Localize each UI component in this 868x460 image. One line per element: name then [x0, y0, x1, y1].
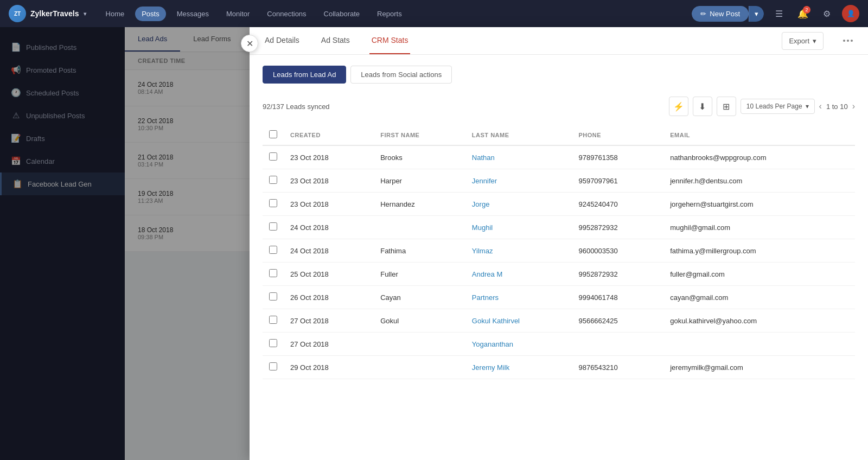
select-all-cell — [263, 125, 284, 145]
leads-table: CREATED FIRST NAME LAST NAME PHONE EMAIL… — [263, 125, 855, 379]
more-dot — [843, 40, 845, 42]
row-last-name: Jennifer — [465, 169, 572, 193]
per-page-label: 10 Leads Per Page — [746, 103, 802, 110]
row-checkbox-cell — [263, 286, 284, 309]
row-phone: 9566662425 — [572, 309, 663, 333]
export-button[interactable]: Export ▾ — [782, 32, 824, 50]
lead-name-link[interactable]: Gokul Kathirvel — [472, 317, 520, 325]
nav-connections[interactable]: Connections — [260, 7, 312, 21]
lead-name-link[interactable]: Andrea M — [472, 270, 502, 278]
row-phone: 9994061748 — [572, 286, 663, 309]
row-checkbox-cell — [263, 309, 284, 333]
row-checkbox[interactable] — [269, 316, 277, 324]
col-last-name: LAST NAME — [465, 125, 572, 145]
table-row[interactable]: 24 Oct 2018 Fathima Yilmaz 9600003530 fa… — [263, 239, 855, 263]
table-row[interactable]: 26 Oct 2018 Cayan Partners 9994061748 ca… — [263, 286, 855, 309]
brand-chevron-icon: ▾ — [84, 11, 86, 17]
lead-name-link[interactable]: Yilmaz — [472, 247, 493, 255]
table-row[interactable]: 23 Oct 2018 Hernandez Jorge 9245240470 j… — [263, 193, 855, 216]
nav-reports[interactable]: Reports — [371, 7, 409, 21]
table-row[interactable]: 27 Oct 2018 Gokul Gokul Kathirvel 956666… — [263, 309, 855, 333]
tab-crm-stats[interactable]: CRM Stats — [369, 27, 411, 54]
tab-leads-from-lead-ad[interactable]: Leads from Lead Ad — [263, 66, 346, 84]
col-phone: PHONE — [572, 125, 663, 145]
nav-posts[interactable]: Posts — [135, 7, 166, 21]
grid-view-button[interactable]: ⊞ — [717, 97, 736, 116]
row-first-name: Gokul — [374, 309, 465, 333]
row-first-name — [374, 356, 465, 379]
brand-logo-container[interactable]: ZT ZylkerTravels ▾ — [9, 5, 86, 22]
tab-leads-from-social-actions[interactable]: Leads from Social actions — [350, 66, 452, 84]
col-email: EMAIL — [663, 125, 855, 145]
lead-name-link[interactable]: Jennifer — [472, 177, 497, 185]
row-checkbox[interactable] — [269, 269, 277, 277]
table-row[interactable]: 29 Oct 2018 Jeremy Milk 9876543210 jerem… — [263, 356, 855, 379]
row-checkbox[interactable] — [269, 176, 277, 184]
toolbar-right: ⚡ ⬇ ⊞ 10 Leads Per Page ▾ ‹ 1 to 10 › — [669, 97, 855, 116]
hamburger-icon: ☰ — [775, 9, 783, 19]
page-range: 1 to 10 — [826, 103, 848, 111]
nav-home[interactable]: Home — [99, 7, 131, 21]
row-checkbox-cell — [263, 193, 284, 216]
row-created: 23 Oct 2018 — [284, 145, 374, 169]
nav-monitor[interactable]: Monitor — [220, 7, 256, 21]
user-avatar[interactable]: 👤 — [842, 5, 859, 22]
notifications-button[interactable]: 🔔 2 — [794, 5, 812, 22]
nav-messages[interactable]: Messages — [170, 7, 215, 21]
row-checkbox-cell — [263, 356, 284, 379]
new-post-button[interactable]: ✏ New Post — [692, 6, 749, 22]
nav-collaborate[interactable]: Collaborate — [317, 7, 367, 21]
row-email: jennifer.h@dentsu.com — [663, 169, 855, 193]
row-checkbox[interactable] — [269, 362, 277, 370]
row-phone: 9789761358 — [572, 145, 663, 169]
row-checkbox[interactable] — [269, 339, 277, 347]
row-first-name: Fuller — [374, 263, 465, 286]
row-email: gokul.kathirvel@yahoo.com — [663, 309, 855, 333]
hamburger-menu-button[interactable]: ☰ — [770, 5, 788, 22]
brand-logo-text: ZT — [14, 11, 21, 17]
row-phone: 9245240470 — [572, 193, 663, 216]
lead-name-link[interactable]: Jorge — [472, 200, 490, 208]
close-modal-button[interactable]: ✕ — [241, 35, 258, 52]
lead-name-link[interactable]: Yogananthan — [472, 340, 513, 348]
table-row[interactable]: 27 Oct 2018 Yogananthan — [263, 333, 855, 356]
new-post-label: New Post — [710, 10, 740, 18]
row-checkbox[interactable] — [269, 199, 277, 207]
row-checkbox[interactable] — [269, 152, 277, 161]
pencil-icon: ✏ — [700, 10, 706, 18]
lead-name-link[interactable]: Mughil — [472, 223, 493, 232]
table-row[interactable]: 23 Oct 2018 Harper Jennifer 9597097961 j… — [263, 169, 855, 193]
row-checkbox-cell — [263, 216, 284, 239]
filter-icon: ⚡ — [673, 101, 684, 112]
per-page-dropdown[interactable]: 10 Leads Per Page ▾ — [741, 99, 815, 114]
table-row[interactable]: 24 Oct 2018 Mughil 9952872932 mughil@gma… — [263, 216, 855, 239]
row-first-name — [374, 216, 465, 239]
row-checkbox[interactable] — [269, 292, 277, 301]
row-checkbox[interactable] — [269, 222, 277, 231]
filter-button[interactable]: ⚡ — [669, 97, 688, 116]
table-header-row: CREATED FIRST NAME LAST NAME PHONE EMAIL — [263, 125, 855, 145]
row-checkbox-cell — [263, 239, 284, 263]
new-post-dropdown-button[interactable]: ▾ — [749, 6, 764, 22]
tab-ad-stats[interactable]: Ad Stats — [319, 27, 352, 54]
row-created: 23 Oct 2018 — [284, 169, 374, 193]
lead-name-link[interactable]: Jeremy Milk — [472, 363, 509, 372]
prev-page-button[interactable]: ‹ — [819, 101, 822, 111]
lead-name-link[interactable]: Partners — [472, 293, 499, 302]
lead-name-link[interactable]: Nathan — [472, 154, 495, 162]
crm-stats-modal: ✕ Ad Details Ad Stats CRM Stats Export ▾… — [250, 27, 868, 460]
select-all-checkbox[interactable] — [269, 130, 277, 138]
row-last-name: Andrea M — [465, 263, 572, 286]
table-row[interactable]: 23 Oct 2018 Brooks Nathan 9789761358 nat… — [263, 145, 855, 169]
settings-button[interactable]: ⚙ — [818, 5, 835, 22]
download-button[interactable]: ⬇ — [693, 97, 712, 116]
row-first-name: Harper — [374, 169, 465, 193]
next-page-button[interactable]: › — [852, 101, 855, 111]
row-checkbox[interactable] — [269, 246, 277, 254]
table-row[interactable]: 25 Oct 2018 Fuller Andrea M 9952872932 f… — [263, 263, 855, 286]
chevron-down-icon: ▾ — [813, 37, 816, 45]
tab-ad-details[interactable]: Ad Details — [263, 27, 302, 54]
more-options-button[interactable] — [841, 37, 855, 44]
row-last-name: Partners — [465, 286, 572, 309]
row-email: mughil@gmail.com — [663, 216, 855, 239]
